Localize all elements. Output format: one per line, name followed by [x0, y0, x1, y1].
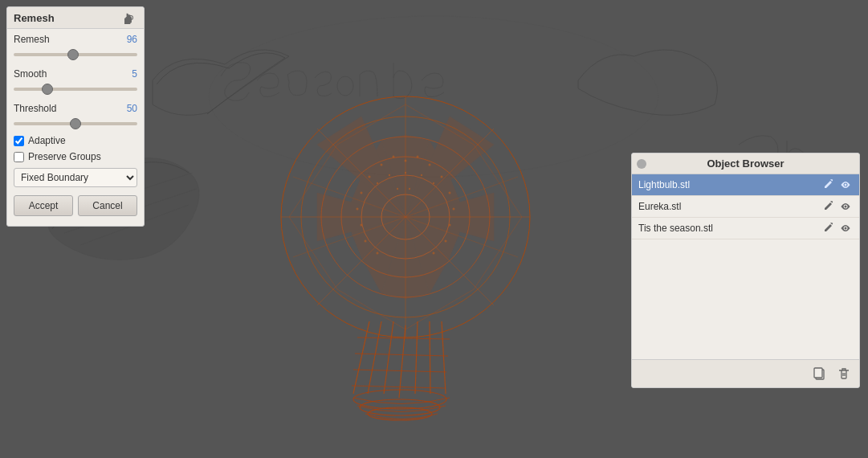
svg-point-65: [397, 188, 398, 190]
threshold-slider[interactable]: [14, 122, 137, 125]
svg-point-48: [369, 176, 371, 178]
object-item-name: Lightbulb.stl: [638, 179, 817, 190]
preserve-groups-row: Preserve Groups: [7, 149, 144, 165]
remesh-row: Remesh 96: [7, 29, 144, 47]
svg-point-43: [417, 156, 419, 158]
adaptive-row: Adaptive: [7, 133, 144, 149]
object-item-name: Tis the season.stl: [638, 223, 817, 234]
threshold-label: Threshold: [14, 103, 56, 114]
object-browser-title: Object Browser: [707, 157, 784, 170]
object-browser-panel: Object Browser Lightbulb.stl Eureka.stl: [631, 153, 860, 388]
object-browser-item[interactable]: Tis the season.stl: [632, 218, 859, 239]
svg-point-44: [393, 156, 395, 158]
object-browser-header: Object Browser: [632, 153, 859, 174]
remesh-panel: Remesh Remesh 96 Smooth 5 Threshold 50 A…: [6, 6, 145, 227]
fixed-boundary-select[interactable]: Fixed Boundary Free Boundary No Boundary: [14, 168, 137, 187]
svg-point-57: [433, 252, 435, 255]
object-item-name: Eureka.stl: [638, 201, 817, 212]
duplicate-icon[interactable]: [811, 365, 829, 382]
object-browser-item[interactable]: Lightbulb.stl: [632, 174, 859, 196]
object-browser-footer: [632, 359, 859, 387]
svg-point-51: [453, 208, 455, 211]
svg-point-52: [357, 208, 359, 211]
svg-point-53: [449, 224, 451, 227]
remesh-slider-container: [7, 47, 144, 63]
smooth-value: 5: [132, 68, 137, 80]
cancel-button[interactable]: Cancel: [78, 195, 137, 216]
svg-point-55: [445, 240, 447, 243]
object-browser-close-button[interactable]: [637, 159, 646, 169]
preserve-groups-label[interactable]: Preserve Groups: [28, 151, 101, 162]
edit-icon[interactable]: [821, 178, 835, 192]
object-browser-item[interactable]: Eureka.stl: [632, 196, 859, 218]
smooth-slider[interactable]: [14, 88, 137, 91]
smooth-slider-container: [7, 81, 144, 98]
remesh-value: 96: [127, 34, 137, 45]
svg-point-49: [449, 192, 451, 194]
visibility-icon[interactable]: [838, 221, 853, 235]
svg-point-58: [377, 252, 379, 255]
edit-icon[interactable]: [821, 199, 835, 214]
svg-point-62: [433, 182, 434, 184]
svg-point-46: [381, 164, 383, 166]
gear-icon[interactable]: [124, 11, 137, 24]
svg-point-50: [361, 192, 363, 194]
threshold-slider-container: [7, 116, 144, 133]
remesh-panel-header: Remesh: [7, 7, 144, 29]
visibility-icon[interactable]: [838, 199, 853, 214]
svg-point-60: [421, 174, 422, 176]
preserve-groups-checkbox[interactable]: [14, 152, 24, 162]
svg-point-63: [377, 182, 378, 184]
adaptive-label[interactable]: Adaptive: [28, 135, 66, 146]
object-browser-list: Lightbulb.stl Eureka.stl: [632, 174, 859, 359]
svg-point-42: [405, 160, 407, 162]
accept-button[interactable]: Accept: [14, 195, 73, 216]
remesh-slider[interactable]: [14, 53, 137, 56]
smooth-label: Smooth: [14, 68, 47, 80]
remesh-label: Remesh: [14, 34, 50, 45]
fixed-boundary-dropdown-row: Fixed Boundary Free Boundary No Boundary: [7, 165, 144, 190]
smooth-row: Smooth 5: [7, 63, 144, 81]
edit-icon[interactable]: [821, 221, 835, 235]
svg-point-64: [409, 188, 410, 190]
svg-point-54: [361, 224, 363, 227]
svg-point-47: [441, 176, 443, 178]
svg-point-56: [365, 240, 367, 243]
action-buttons: Accept Cancel: [7, 190, 144, 218]
threshold-row: Threshold 50: [7, 98, 144, 116]
svg-rect-89: [814, 368, 822, 378]
visibility-icon[interactable]: [838, 178, 853, 192]
svg-point-61: [389, 174, 390, 176]
svg-point-45: [429, 164, 431, 166]
remesh-panel-title: Remesh: [14, 12, 55, 24]
trash-icon[interactable]: [835, 365, 853, 382]
svg-point-59: [405, 172, 406, 174]
adaptive-checkbox[interactable]: [14, 136, 24, 146]
threshold-value: 50: [127, 103, 137, 114]
